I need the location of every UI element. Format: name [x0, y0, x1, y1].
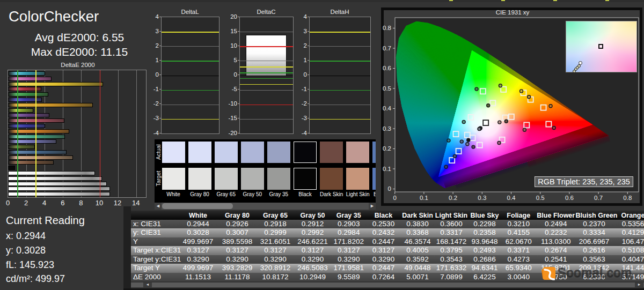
svg-text:Soomal.com: Soomal.com — [558, 266, 632, 280]
